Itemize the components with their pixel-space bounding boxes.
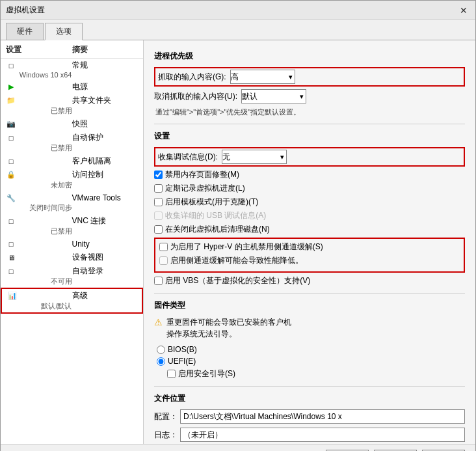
firmware-warning-text: 重更固件可能会导致已安装的客户机操作系统无法引导。 (166, 316, 291, 340)
collect-debug-select-wrapper: 无 少量 详细 (222, 150, 287, 164)
vmware-tools-summary: 关闭时间同步 (27, 203, 72, 213)
separator-2 (154, 293, 465, 294)
autologon-label: 自动登录 (72, 266, 139, 277)
uefi-row: UEFI(E) (154, 357, 465, 366)
tab-hardware[interactable]: 硬件 (6, 23, 44, 40)
config-row: 配置： (154, 409, 465, 424)
priority-info: 通过"编辑">"首选项">"优先级"指定默认设置。 (154, 107, 465, 117)
sidebar-item-general[interactable]: □ 常规 Windows 10 x64 (1, 59, 143, 80)
collect-usb-label: 收集详细的 USB 调试信息(A) (165, 210, 266, 221)
vnc-icon: □ (6, 216, 16, 226)
snapshot-label: 快照 (72, 118, 139, 130)
side-channel-checkbox[interactable] (159, 256, 168, 265)
uefi-label: UEFI(E) (168, 357, 196, 366)
access-control-label: 访问控制 (72, 169, 139, 180)
sidebar-item-vmware-tools[interactable]: 🔧 VMware Tools 关闭时间同步 (1, 191, 143, 214)
release-input-select-wrapper: 默认 高 低 (241, 89, 306, 103)
autologon-icon: □ (6, 266, 16, 277)
release-input-select[interactable]: 默认 高 低 (241, 89, 306, 103)
bios-radio[interactable] (157, 346, 165, 354)
release-input-row: 取消抓取的输入内容(U): 默认 高 低 (154, 89, 465, 103)
firmware-section-title: 固件类型 (154, 300, 465, 311)
tabs-bar: 硬件 选项 (1, 20, 475, 40)
tab-options[interactable]: 选项 (45, 23, 83, 40)
autoprotect-icon: □ (6, 133, 16, 143)
guest-isolation-icon: □ (6, 156, 16, 167)
main-content: 设置 摘要 □ 常规 Windows 10 x64 ▶ 电源 📁 共享文件夹 已… (1, 40, 475, 444)
collect-debug-select[interactable]: 无 少量 详细 (222, 150, 287, 164)
device-view-icon: 🖥 (6, 253, 16, 263)
sidebar-item-shared-folders[interactable]: 📁 共享文件夹 已禁用 (1, 94, 143, 117)
hyper-v-checkbox[interactable] (159, 243, 168, 251)
advanced-label: 高级 (72, 290, 137, 301)
vmware-tools-label: VMware Tools (72, 193, 139, 202)
sidebar-item-power[interactable]: ▶ 电源 (1, 80, 143, 94)
file-section: 文件位置 配置： 日志： (154, 393, 465, 442)
disable-memory-label: 禁用内存页面修整(M) (165, 169, 239, 180)
sidebar-item-autoprotect[interactable]: □ 自动保护 已禁用 (1, 131, 143, 154)
side-channel-row: 启用侧通道缓解可能会导致性能降低。 (159, 255, 460, 266)
left-panel-header: 设置 摘要 (1, 40, 143, 59)
device-view-label: 设备视图 (72, 252, 139, 263)
log-input[interactable] (180, 428, 465, 442)
advanced-icon: 📊 (7, 291, 18, 301)
sidebar-item-autologon[interactable]: □ 自动登录 不可用 (1, 264, 143, 288)
unity-icon: □ (6, 239, 16, 249)
collect-debug-row: 收集调试信息(D): 无 少量 详细 (154, 147, 465, 167)
sidebar-item-access-control[interactable]: 🔒 访问控制 未加密 (1, 168, 143, 191)
vnc-label: VNC 连接 (72, 215, 139, 226)
dialog-footer: 确定 取消 帮助 (1, 444, 475, 451)
monitor-icon: □ (6, 61, 16, 71)
hyper-v-row: 为启用了 Hyper-V 的主机禁用侧通道缓解(S) (159, 241, 460, 253)
vbs-label: 启用 VBS（基于虚拟化的安全性）支持(V) (165, 275, 310, 286)
hyper-v-label: 为启用了 Hyper-V 的主机禁用侧通道缓解(S) (170, 241, 323, 253)
general-label: 常规 (72, 60, 139, 71)
collect-usb-checkbox (154, 212, 163, 220)
clean-disk-checkbox[interactable] (154, 225, 163, 234)
advanced-summary: 默认/默认 (38, 301, 72, 311)
firmware-warning: ⚠ 重更固件可能会导致已安装的客户机操作系统无法引导。 (154, 316, 465, 340)
grab-input-select[interactable]: 高 默认 低 (230, 70, 295, 84)
config-input[interactable] (180, 409, 465, 424)
sidebar-item-guest-isolation[interactable]: □ 客户机隔离 (1, 154, 143, 168)
vmware-tools-icon: 🔧 (6, 193, 16, 203)
sidebar-item-unity[interactable]: □ Unity (1, 238, 143, 251)
collect-usb-row: 收集详细的 USB 调试信息(A) (154, 210, 465, 221)
disable-memory-checkbox[interactable] (154, 171, 163, 179)
template-mode-checkbox[interactable] (154, 198, 163, 206)
settings-section-title: 设置 (154, 131, 465, 142)
autologon-summary: 不可用 (48, 277, 72, 286)
bios-row: BIOS(B) (154, 345, 465, 354)
sidebar-item-device-view[interactable]: 🖥 设备视图 (1, 251, 143, 264)
uefi-radio[interactable] (157, 357, 165, 366)
firmware-section: 固件类型 ⚠ 重更固件可能会导致已安装的客户机操作系统无法引导。 BIOS(B)… (154, 300, 465, 379)
sidebar-item-snapshot[interactable]: 📷 快照 (1, 117, 143, 131)
vbs-checkbox[interactable] (154, 277, 163, 285)
template-mode-label: 启用模板模式(用于克隆)(T) (165, 197, 258, 208)
collect-debug-label: 收集调试信息(D): (158, 152, 218, 163)
right-panel: 进程优先级 抓取的输入内容(G): 高 默认 低 取消抓取的输入内容(U): (144, 40, 475, 444)
grab-input-label: 抓取的输入内容(G): (158, 72, 226, 83)
secure-boot-row: 启用安全引导(S) (154, 368, 465, 379)
warning-icon: ⚠ (154, 317, 163, 327)
close-button[interactable]: ✕ (457, 5, 470, 16)
clean-disk-label: 在关闭此虚拟机后清理磁盘(N) (165, 224, 270, 235)
unity-label: Unity (72, 239, 139, 249)
secure-boot-label: 启用安全引导(S) (178, 368, 235, 379)
title-bar: 虚拟机设置 ✕ (1, 1, 475, 20)
periodic-record-row: 定期记录虚拟机进度(L) (154, 183, 465, 194)
general-summary: Windows 10 x64 (17, 71, 72, 79)
sidebar-item-advanced[interactable]: 📊 高级 默认/默认 (1, 288, 143, 314)
autoprotect-summary: 已禁用 (48, 143, 72, 153)
grab-input-select-wrapper: 高 默认 低 (230, 70, 295, 84)
secure-boot-checkbox[interactable] (167, 370, 176, 378)
periodic-record-label: 定期记录虚拟机进度(L) (165, 183, 245, 194)
config-label: 配置： (154, 411, 178, 422)
lock-icon: 🔒 (6, 170, 16, 180)
sidebar-item-vnc[interactable]: □ VNC 连接 已禁用 (1, 214, 143, 238)
periodic-record-checkbox[interactable] (154, 184, 163, 193)
autoprotect-label: 自动保护 (72, 132, 139, 143)
vbs-row: 启用 VBS（基于虚拟化的安全性）支持(V) (154, 275, 465, 286)
file-section-title: 文件位置 (154, 393, 465, 404)
separator-3 (154, 386, 465, 387)
